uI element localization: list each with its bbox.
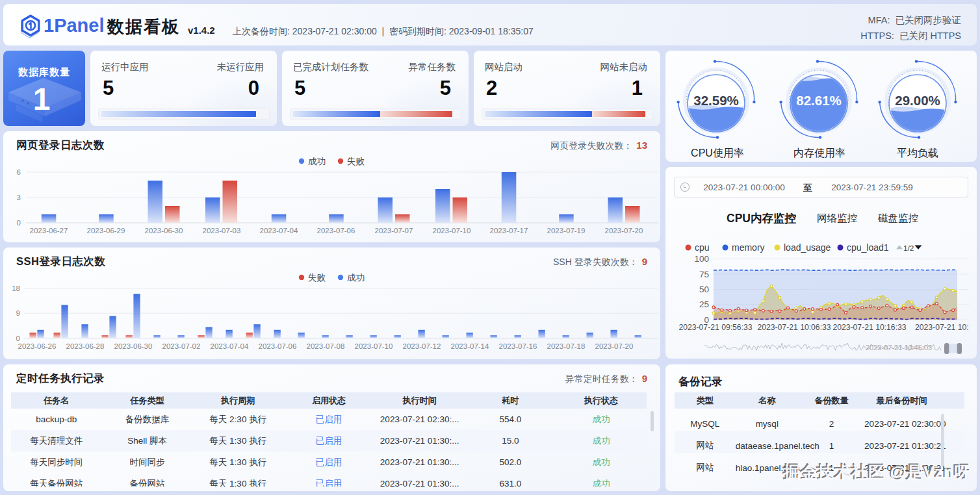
svg-text:2023-07-20: 2023-07-20 xyxy=(605,227,643,235)
svg-text:2023-07-21 10:16:33: 2023-07-21 10:16:33 xyxy=(832,323,906,332)
svg-text:2023-06-26: 2023-06-26 xyxy=(18,342,57,350)
svg-text:1/2: 1/2 xyxy=(903,244,914,253)
svg-text:2023-07-03: 2023-07-03 xyxy=(203,227,241,235)
svg-text:2023-07-14: 2023-07-14 xyxy=(451,342,489,350)
svg-text:2023-07-02: 2023-07-02 xyxy=(162,342,201,350)
svg-text:2023-06-29: 2023-06-29 xyxy=(87,227,125,235)
svg-text:平均负载: 平均负载 xyxy=(897,147,938,159)
svg-text:2023-07-21 09:56:33: 2023-07-21 09:56:33 xyxy=(678,323,752,332)
svg-text:成功: 成功 xyxy=(308,157,326,166)
svg-text:0: 0 xyxy=(17,219,21,227)
svg-text:2023-06-28: 2023-06-28 xyxy=(66,342,105,350)
svg-text:6: 6 xyxy=(17,168,21,176)
svg-text:18: 18 xyxy=(12,285,20,292)
svg-text:2023-07-06: 2023-07-06 xyxy=(317,227,355,235)
svg-text:cpu: cpu xyxy=(695,242,710,253)
svg-text:9: 9 xyxy=(16,309,20,317)
svg-text:2023-06-27: 2023-06-27 xyxy=(30,227,68,235)
svg-text:2023-07-04: 2023-07-04 xyxy=(260,227,298,235)
svg-text:2023-07-07: 2023-07-07 xyxy=(375,227,413,235)
svg-text:3: 3 xyxy=(17,194,21,201)
svg-text:2023-06-30: 2023-06-30 xyxy=(145,227,183,235)
svg-text:100: 100 xyxy=(694,254,709,264)
svg-text:2023-07-04: 2023-07-04 xyxy=(211,342,249,350)
svg-text:CPU使用率: CPU使用率 xyxy=(691,147,744,159)
svg-text:0: 0 xyxy=(16,335,20,342)
svg-text:2023-07-19: 2023-07-19 xyxy=(547,227,586,235)
svg-text:load_usage: load_usage xyxy=(784,242,831,253)
svg-text:2023-07-21 10:: 2023-07-21 10: xyxy=(915,323,969,332)
svg-text:2023-07-10: 2023-07-10 xyxy=(433,227,471,235)
svg-text:失败: 失败 xyxy=(308,273,326,283)
svg-text:2023-07-18: 2023-07-18 xyxy=(547,342,586,350)
svg-text:2023-07-16: 2023-07-16 xyxy=(499,342,537,350)
svg-text:29.00%: 29.00% xyxy=(895,93,940,108)
svg-text:2023-07-21 10:46:03: 2023-07-21 10:46:03 xyxy=(866,344,932,351)
svg-text:82.61%: 82.61% xyxy=(796,93,842,108)
svg-text:2023-07-10: 2023-07-10 xyxy=(355,342,393,350)
svg-text:50: 50 xyxy=(699,285,709,294)
svg-text:2023-07-12: 2023-07-12 xyxy=(403,342,441,350)
svg-text:成功: 成功 xyxy=(347,273,365,283)
svg-text:cpu_load1: cpu_load1 xyxy=(847,242,889,253)
svg-text:失败: 失败 xyxy=(347,157,365,166)
svg-text:2023-06-30: 2023-06-30 xyxy=(114,342,153,350)
svg-text:2023-07-17: 2023-07-17 xyxy=(490,227,528,235)
svg-text:2023-07-06: 2023-07-06 xyxy=(259,342,297,350)
svg-text:2023-07-21 10:06:33: 2023-07-21 10:06:33 xyxy=(757,323,831,332)
svg-text:25: 25 xyxy=(699,299,709,309)
svg-text:memory: memory xyxy=(732,242,765,253)
svg-text:2023-07-08: 2023-07-08 xyxy=(307,342,345,350)
svg-text:32.59%: 32.59% xyxy=(693,93,739,108)
svg-text:75: 75 xyxy=(699,270,709,279)
svg-text:内存使用率: 内存使用率 xyxy=(793,147,845,159)
svg-text:2023-07-20: 2023-07-20 xyxy=(595,342,634,350)
